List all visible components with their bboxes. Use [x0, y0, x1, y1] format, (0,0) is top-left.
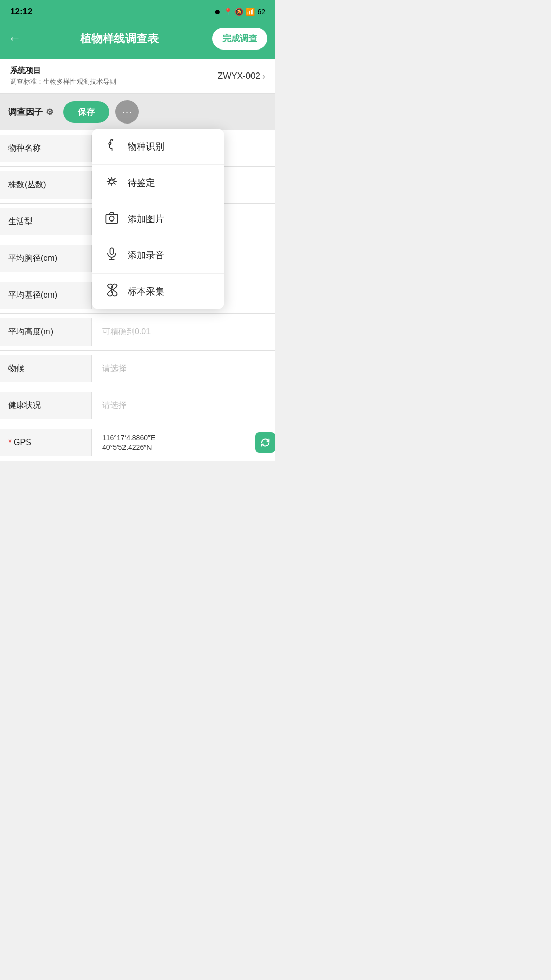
form-row-gps: * GPS 116°17′4.8860″E 40°5′52.4226″N — [0, 424, 276, 461]
toolbar-label: 调查因子 ⚙ — [8, 106, 53, 118]
butterfly-icon — [104, 283, 119, 300]
label-avg-base-diameter: 平均基径(cm) — [0, 282, 92, 309]
project-details: 系统项目 调查标准：生物多样性观测技术导则 — [10, 66, 116, 86]
label-avg-diameter: 平均胸径(cm) — [0, 245, 92, 272]
svg-point-0 — [112, 139, 113, 140]
label-phenology: 物候 — [0, 355, 92, 382]
svg-rect-2 — [106, 214, 117, 224]
label-health: 健康状况 — [0, 392, 92, 419]
mic-icon — [104, 247, 119, 264]
menu-label-add-photo: 添加图片 — [128, 213, 164, 225]
flamingo-icon — [104, 138, 119, 155]
svg-point-3 — [109, 216, 114, 221]
label-avg-height: 平均高度(m) — [0, 318, 92, 346]
value-health[interactable]: 请选择 — [92, 392, 276, 419]
form-row-avg-height: 平均高度(m) 可精确到0.01 — [0, 314, 276, 351]
menu-item-pending-id[interactable]: 待鉴定 — [92, 165, 224, 201]
status-time: 12:12 — [10, 7, 32, 17]
required-star: * — [8, 437, 12, 448]
mute-icon: 🔕 — [235, 8, 243, 16]
menu-label-species-id: 物种识别 — [128, 140, 164, 153]
bug-icon — [104, 174, 119, 191]
gps-refresh-button[interactable] — [255, 432, 276, 453]
menu-label-add-audio: 添加录音 — [128, 249, 164, 261]
save-button[interactable]: 保存 — [63, 101, 109, 123]
status-bar: 12:12 ⏺ 📍 🔕 📶 62 — [0, 0, 276, 22]
form-row-phenology: 物候 请选择 — [0, 351, 276, 387]
menu-label-pending-id: 待鉴定 — [128, 177, 155, 189]
project-info: 系统项目 调查标准：生物多样性观测技术导则 ZWYX-002 › — [0, 59, 276, 94]
page-title: 植物样线调查表 — [33, 31, 206, 46]
project-code: ZWYX-002 — [218, 71, 260, 81]
recording-icon: ⏺ — [214, 8, 221, 16]
menu-item-species-id[interactable]: 物种识别 — [92, 129, 224, 165]
label-species-name: 物种名称 — [0, 135, 92, 162]
menu-label-specimen: 标本采集 — [128, 285, 164, 298]
menu-item-add-photo[interactable]: 添加图片 — [92, 201, 224, 237]
gear-icon[interactable]: ⚙ — [46, 107, 53, 117]
more-options-button[interactable]: ··· — [115, 100, 139, 124]
value-gps: 116°17′4.8860″E 40°5′52.4226″N — [92, 426, 255, 459]
header: ← 植物样线调查表 完成调查 — [0, 22, 276, 59]
gps-latitude: 40°5′52.4226″N — [102, 443, 152, 451]
wifi-icon: 📶 — [246, 8, 255, 16]
project-name: 系统项目 — [10, 66, 116, 76]
project-code-nav[interactable]: ZWYX-002 › — [218, 71, 265, 82]
location-icon: 📍 — [223, 8, 232, 16]
menu-item-specimen[interactable]: 标本采集 — [92, 274, 224, 309]
value-phenology[interactable]: 请选择 — [92, 355, 276, 382]
gps-longitude: 116°17′4.8860″E — [102, 434, 155, 442]
menu-item-add-audio[interactable]: 添加录音 — [92, 237, 224, 274]
back-button[interactable]: ← — [8, 31, 27, 46]
form-row-health: 健康状况 请选择 — [0, 387, 276, 424]
value-avg-height[interactable]: 可精确到0.01 — [92, 318, 276, 346]
complete-survey-button[interactable]: 完成调查 — [212, 28, 267, 50]
battery-icon: 62 — [257, 8, 265, 16]
dropdown-menu: 物种识别 待鉴定 添加图片 — [92, 129, 224, 309]
svg-rect-4 — [110, 248, 114, 254]
project-standard: 调查标准：生物多样性观测技术导则 — [10, 77, 116, 86]
chevron-right-icon: › — [262, 71, 265, 82]
label-life-form: 生活型 — [0, 208, 92, 235]
label-plant-count: 株数(丛数) — [0, 172, 92, 199]
camera-icon — [104, 210, 119, 228]
label-gps: * GPS — [0, 429, 92, 456]
status-icons: ⏺ 📍 🔕 📶 62 — [214, 8, 265, 16]
toolbar: 调查因子 ⚙ 保存 ··· 物种识别 待鉴定 — [0, 94, 276, 130]
